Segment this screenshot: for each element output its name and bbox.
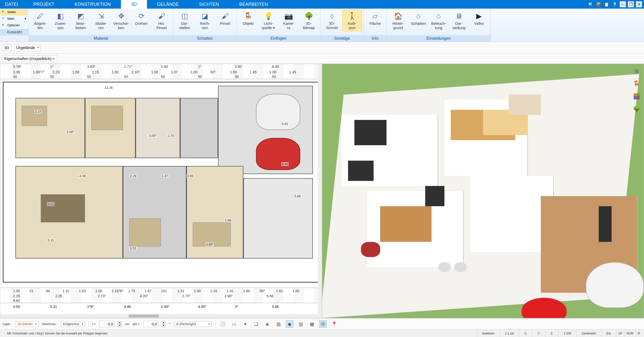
- layer-combo[interactable]: 2D-Elemen: [15, 321, 39, 327]
- clipboard-icon[interactable]: 📋: [604, 1, 610, 7]
- terrain-layer-combo[interactable]: Urgelände: [14, 44, 41, 51]
- window-restore-icon[interactable]: ❐: [628, 1, 634, 7]
- ruler-value: 1.00: [194, 289, 201, 293]
- phi-down[interactable]: ▼: [162, 324, 166, 327]
- auswahl-optionen[interactable]: ✚Optionen: [1, 22, 27, 28]
- menu-tab-konstruktion[interactable]: KONSTRUKTION: [65, 0, 121, 9]
- btn-hintergrund[interactable]: 🏠Hinter- grund: [388, 10, 408, 31]
- btn-lichtquelle[interactable]: 💡Licht- quelle ▾: [259, 10, 278, 31]
- tools-icon[interactable]: 🛠: [587, 1, 593, 7]
- pin-icon[interactable]: 📍: [330, 320, 338, 328]
- layers2-icon[interactable]: ▥: [297, 320, 305, 328]
- phi-up[interactable]: ▲: [162, 321, 166, 324]
- shade-icon[interactable]: ◆: [286, 320, 293, 328]
- ruler-value: 4.05⁵: [140, 294, 148, 298]
- plants-icon[interactable]: 🌳: [632, 104, 641, 114]
- btn-darstellung[interactable]: 🖥Dar- stellung: [449, 10, 469, 31]
- btn-skalieren[interactable]: ⇲Skalie- ren: [91, 10, 111, 31]
- btn-3dbitmap[interactable]: 🌳3D- Bitmap: [299, 10, 319, 31]
- btn-abgreifen[interactable]: 🖊Abgrei- fen: [30, 10, 50, 31]
- properties-button[interactable]: Eigenschaften (Doppelklick)->: [2, 55, 57, 62]
- ruler-top: 5.78⁵1⁵3.83⁵1.71⁵1.841⁵2.608.403.391.08⁵…: [0, 64, 322, 79]
- length-down[interactable]: ▼: [118, 324, 122, 327]
- window-minimize-icon[interactable]: ─: [620, 1, 626, 7]
- btn-verschieben[interactable]: ✥Verschie- ben: [111, 10, 131, 31]
- phi-input[interactable]: [143, 321, 158, 327]
- monitor-icon: 🖥: [454, 11, 464, 21]
- ruler-value: 94: [46, 289, 50, 293]
- collision-icon: 🚶: [347, 11, 357, 21]
- menu-tab-3d[interactable]: 3D: [121, 0, 147, 9]
- stack-icon[interactable]: ❏: [252, 320, 260, 328]
- btn-bearbeiten[interactable]: ◩Bear- beiten: [71, 10, 91, 31]
- cube-calc-icon: ◪: [200, 11, 210, 21]
- ruler-value: 92⁵: [210, 70, 216, 74]
- btn-darstellen[interactable]: ◫Dar- stellen: [175, 10, 195, 31]
- btn-kamera[interactable]: 📷Kame- ra: [279, 10, 298, 31]
- ruler-value: 1.00: [230, 70, 237, 74]
- ruler-value: 2.73⁵: [182, 294, 190, 298]
- help-icon[interactable]: ?: [612, 1, 618, 7]
- section-icon: ⎀: [327, 11, 337, 21]
- length-up[interactable]: ▲: [118, 321, 122, 324]
- camera-icon: 📷: [284, 11, 294, 21]
- package-icon[interactable]: 📦: [595, 1, 602, 7]
- scrollbar-vertical[interactable]: [318, 64, 322, 314]
- ruler-value: 50: [87, 75, 91, 79]
- phi-unit: °: [169, 322, 170, 326]
- btn-hinpinsel[interactable]: 🖌Hin. Pinsel: [152, 10, 171, 31]
- ruler-value: 50: [13, 75, 17, 79]
- dim-label: 12.26: [104, 86, 113, 90]
- chair-icon: 🪑: [243, 11, 253, 21]
- menu-tab-gelaende[interactable]: GELÄNDE: [147, 0, 189, 9]
- hatch-icon[interactable]: ▨: [275, 320, 282, 328]
- auswahl-mark[interactable]: ✦Mark.▾: [1, 16, 27, 22]
- grid-icon[interactable]: ▦: [308, 320, 316, 328]
- btn-objekt[interactable]: 🪑Objekt: [238, 10, 258, 27]
- ruler-value: 3.83⁵: [87, 65, 95, 69]
- btn-schatten2[interactable]: ⌂Schatten: [409, 10, 428, 27]
- screen-icon[interactable]: ▭: [230, 320, 238, 328]
- ruler-value: 2.16: [210, 289, 217, 293]
- window-close-icon[interactable]: ✕: [636, 1, 642, 7]
- view-mode-button[interactable]: 3D: [2, 44, 11, 51]
- geschoss-combo[interactable]: Erdgeschos: [61, 321, 85, 327]
- menu-tab-datei[interactable]: DATEI: [0, 0, 23, 9]
- btn-video[interactable]: ▶Video: [469, 10, 489, 27]
- btn-drehen[interactable]: ⟳Drehen: [132, 10, 151, 27]
- btn-flaeche[interactable]: ▱Fläche: [365, 10, 385, 27]
- viewport-3d[interactable]: ≣ 🪑 🌳: [322, 64, 644, 318]
- diamond-icon[interactable]: ◈: [264, 320, 271, 328]
- auswahl-selekt[interactable]: ↖Selekt: [1, 9, 27, 15]
- edit-icon: ◩: [76, 11, 86, 21]
- furniture-icon[interactable]: 🪑: [632, 79, 641, 88]
- dl-combo[interactable]: dl (Richtung/Di: [174, 321, 212, 327]
- layers-icon[interactable]: ≣: [632, 67, 641, 76]
- status-x: X:: [519, 330, 532, 337]
- brush-icon: 🖌: [220, 11, 230, 21]
- group-title-info: Info: [364, 35, 387, 42]
- materials-icon[interactable]: [632, 92, 641, 101]
- star-icon[interactable]: ✦: [241, 320, 249, 328]
- clock-icon[interactable]: 🕒: [219, 320, 227, 328]
- menu-tab-bearbeiten[interactable]: BEARBEITEN: [229, 0, 278, 9]
- ruler-value: 151: [161, 289, 167, 293]
- dim-label: 3.55: [186, 174, 194, 178]
- geschoss-label: Geschoss :: [42, 322, 57, 326]
- length-input[interactable]: [99, 321, 114, 327]
- bottom-toolbar: Layer : 2D-Elemen Geschoss : Erdgeschos …: [0, 318, 644, 329]
- dim-label: 4.39: [79, 174, 86, 178]
- menu-tab-sichten[interactable]: SICHTEN: [189, 0, 229, 9]
- menu-tab-projekt[interactable]: PROJEKT: [23, 0, 65, 9]
- btn-rechnen[interactable]: ◪Rech- nen: [195, 10, 215, 31]
- btn-kollision[interactable]: 🚶Kolli- sion: [342, 10, 362, 31]
- length-label: l =: [92, 322, 96, 326]
- scrollbar-horizontal[interactable]: [0, 314, 322, 318]
- btn-3dschnitt[interactable]: ⎀3D- Schnitt: [322, 10, 342, 31]
- viewport-2d[interactable]: 5.78⁵1⁵3.83⁵1.71⁵1.841⁵2.608.403.391.08⁵…: [0, 64, 322, 318]
- btn-pinsel[interactable]: 🖌Pinsel: [215, 10, 235, 27]
- btn-zuweisen[interactable]: ◧Zuwei- sen: [51, 10, 70, 31]
- ruler-value: 3.90⁵: [224, 294, 233, 298]
- btn-beleuchtung[interactable]: ⌂Beleuch- tung: [429, 10, 448, 31]
- north-icon[interactable]: Ⓝ: [319, 320, 327, 328]
